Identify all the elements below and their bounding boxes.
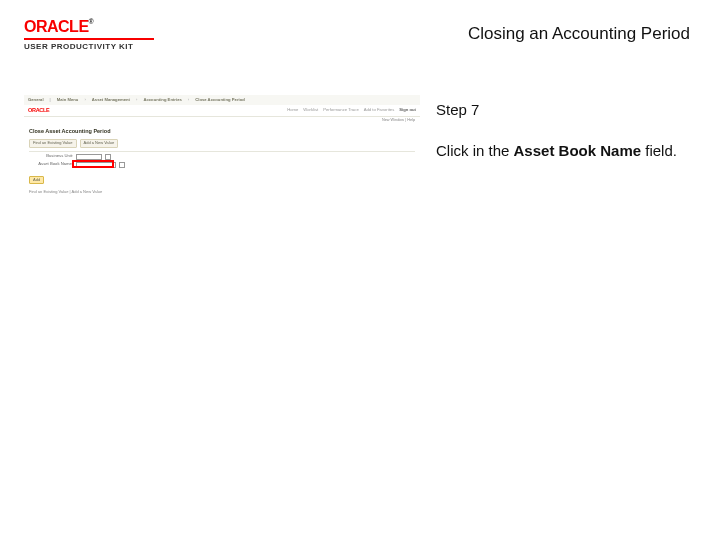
thumb-row-bu: Business Unit: [24,153,420,161]
screenshot-thumbnail: General| Main Menu› Asset Management› Ac… [24,95,420,243]
brand-block: ORACLE® USER PRODUCTIVITY KIT [24,18,154,51]
bu-input[interactable] [76,154,102,160]
oracle-logo: ORACLE® [24,18,93,36]
step-text: Click in the Asset Book Name field. [436,142,696,159]
step-text-suffix: field. [641,142,677,159]
nav-performance: Performance Trace [323,108,359,113]
oracle-tm: ® [89,18,94,25]
page-title: Closing an Accounting Period [468,24,690,44]
brand-subline: USER PRODUCTIVITY KIT [24,42,133,51]
instruction-panel: Step 7 Click in the Asset Book Name fiel… [436,95,696,159]
book-label: Asset Book Name: [29,162,73,167]
crumb: Close Accounting Period [195,98,245,103]
crumb: Asset Management [92,98,130,103]
asset-book-name-input[interactable] [76,162,116,168]
thumb-toolbar: Find an Existing Value Add a New Value [24,137,420,150]
brand-rule [24,38,154,40]
lookup-icon[interactable] [119,162,125,168]
thumb-breadcrumb: General| Main Menu› Asset Management› Ac… [24,95,420,105]
thumb-brandbar: ORACLE Home Worklist Performance Trace A… [24,105,420,117]
thumb-tab-add: Add a New Value [80,139,119,148]
thumb-status: New Window | Help [24,117,420,124]
nav-signout: Sign out [399,108,416,113]
thumb-row-add: Add [24,175,420,186]
lookup-icon[interactable] [105,154,111,160]
oracle-logo-text: ORACLE [24,18,89,35]
step-text-bold: Asset Book Name [514,142,642,159]
step-label: Step 7 [436,101,696,118]
crumb: General [28,98,44,103]
bu-label: Business Unit: [29,154,73,159]
mini-nav: Home Worklist Performance Trace Add to F… [287,108,416,113]
thumb-footer: Find an Existing Value | Add a New Value [24,185,420,197]
nav-addfav: Add to Favorites [364,108,395,113]
crumb: Accounting Entries [143,98,181,103]
mini-oracle-logo: ORACLE [28,107,49,113]
thumb-heading: Close Asset Accounting Period [24,125,420,137]
crumb: Main Menu [57,98,79,103]
thumb-rule [29,151,415,152]
step-text-prefix: Click in the [436,142,514,159]
nav-worklist: Worklist [303,108,318,113]
nav-home: Home [287,108,298,113]
thumb-tab-find: Find an Existing Value [29,139,77,148]
add-button[interactable]: Add [29,176,44,185]
thumb-row-book: Asset Book Name: [24,161,420,169]
